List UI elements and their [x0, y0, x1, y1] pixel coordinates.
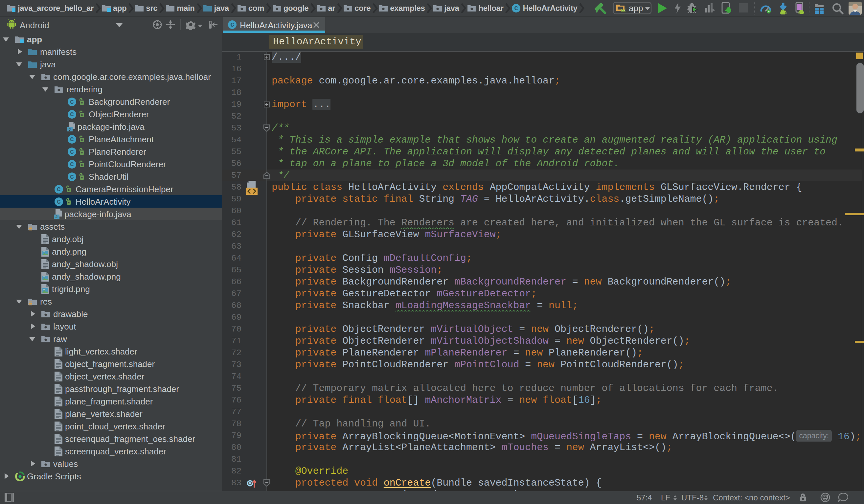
svg-text:C: C: [70, 173, 74, 181]
svg-text:C: C: [57, 186, 60, 193]
svg-text:C: C: [515, 5, 518, 12]
svg-text:C: C: [57, 199, 60, 206]
svg-text:app: app: [629, 3, 643, 13]
svg-text:J: J: [56, 215, 58, 219]
svg-text:C: C: [70, 98, 74, 106]
svg-text:C: C: [70, 136, 74, 143]
svg-text:C: C: [70, 161, 74, 168]
svg-text:J: J: [69, 128, 71, 131]
svg-text:C: C: [70, 111, 74, 118]
svg-text:C: C: [70, 148, 74, 156]
svg-text:C: C: [230, 21, 234, 28]
